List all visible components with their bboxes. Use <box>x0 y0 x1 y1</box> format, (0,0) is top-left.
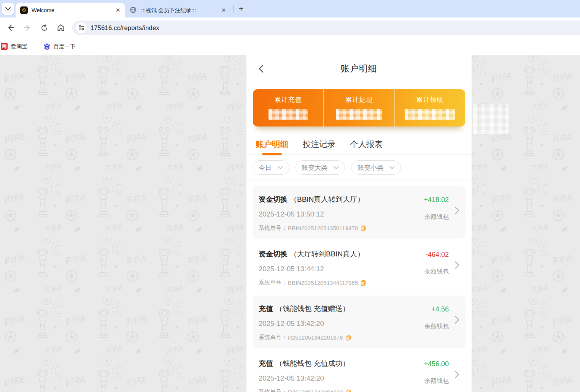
filter-label: 账变大类 <box>302 163 327 172</box>
bookmark-baidu[interactable]: du 百度一下 <box>43 43 76 50</box>
url-bar[interactable]: 175616.cc/reports/index <box>72 21 580 35</box>
summary-col: 累计提现 <box>323 89 394 126</box>
new-tab-button[interactable]: + <box>236 3 246 14</box>
transaction-time: 2025-12-05 13:50:12 <box>259 210 420 218</box>
hidden-amount-mosaic <box>405 109 455 120</box>
transaction-type: 资金切换 <box>259 195 288 203</box>
copy-icon[interactable] <box>345 335 351 341</box>
home-button[interactable] <box>54 21 67 34</box>
filter-dropdown-0[interactable]: 今日 <box>253 160 289 175</box>
amount: +456.00 <box>424 360 449 368</box>
filter-label: 账变小类 <box>358 163 383 172</box>
tab-bet-records[interactable]: 投注记录 <box>303 139 335 154</box>
transaction-type: 资金切换 <box>259 250 288 258</box>
transaction-detail: （钱能钱包 充值赠送） <box>275 305 350 313</box>
site-settings-icon[interactable] <box>76 22 87 33</box>
browser-toolbar: 175616.cc/reports/index <box>0 17 580 38</box>
row-chevron-icon[interactable] <box>454 315 459 326</box>
transaction-type: 充值 <box>259 305 273 313</box>
summary-label: 累计领取 <box>416 95 443 104</box>
bookmark-label: 爱淘宝 <box>11 43 27 50</box>
transaction-row[interactable]: 充值（钱能钱包 充值赠送） 2025-12-05 13:42:20 系统单号：R… <box>253 296 466 348</box>
order-label: 系统单号： <box>259 224 287 232</box>
transaction-detail: （钱能钱包 充值成功） <box>275 359 350 367</box>
tab-title: :::视讯 会员下注纪录::: <box>141 7 220 14</box>
page-title: 账户明细 <box>341 63 377 74</box>
section-tabs: 账户明细投注记录个人报表 <box>246 134 472 155</box>
summary-label: 累计充值 <box>275 95 302 104</box>
tab-label: 投注记录 <box>303 140 335 149</box>
filter-dropdown-2[interactable]: 账变小类 <box>351 160 401 175</box>
account-detail-panel: 账户明细 累计充值累计提现累计领取 账户明细投注记录个人报表 今日账变大类账变小… <box>246 55 472 392</box>
row-chevron-icon[interactable] <box>454 261 459 271</box>
transaction-title: 资金切换（BBIN真人转到大厅） <box>259 194 420 204</box>
tab-label: 账户明细 <box>256 140 288 149</box>
summary-col: 累计领取 <box>394 89 465 126</box>
tab-close-icon[interactable]: ✕ <box>114 7 121 14</box>
back-button[interactable] <box>4 21 17 34</box>
hidden-amount-mosaic <box>269 109 308 120</box>
browser-tab-strip: Welcome ✕ :::视讯 会员下注纪录::: ✕ + <box>0 0 580 17</box>
transaction-type: 充值 <box>259 359 273 367</box>
copy-icon[interactable] <box>361 225 366 231</box>
filter-dropdown-1[interactable]: 账变大类 <box>296 160 345 175</box>
order-label: 系统单号： <box>259 334 287 341</box>
transaction-row[interactable]: 充值（钱能钱包 充值成功） 2025-12-05 13:42:20 系统单号：R… <box>253 350 466 392</box>
transaction-row[interactable]: 资金切换（BBIN真人转到大厅） 2025-12-05 13:50:12 系统单… <box>253 186 466 239</box>
amount: +418.02 <box>424 196 449 204</box>
order-label: 系统单号： <box>259 389 287 392</box>
tab-account-detail[interactable]: 账户明细 <box>256 139 288 154</box>
hidden-amount-mosaic <box>336 109 382 120</box>
active-tab-underline <box>262 153 282 155</box>
page-viewport: FIFA FIFA <box>0 55 580 392</box>
amount-block: +4.56 余额钱包 <box>424 305 449 330</box>
transaction-list: 资金切换（BBIN真人转到大厅） 2025-12-05 13:50:12 系统单… <box>246 180 472 392</box>
summary-card: 累计充值累计提现累计领取 <box>253 89 465 126</box>
tab-divider <box>233 5 234 13</box>
taobao-icon: 淘 <box>1 43 8 50</box>
baidu-paw-icon: du <box>43 43 51 50</box>
chevron-down-icon <box>278 166 283 169</box>
chevron-down-icon <box>334 166 339 169</box>
browser-tab-welcome[interactable]: Welcome ✕ <box>16 3 125 17</box>
bookmark-label: 百度一下 <box>54 43 76 50</box>
chevron-down-icon <box>389 166 395 169</box>
transaction-order: 系统单号：R2512051342201678 <box>259 334 420 341</box>
amount-block: -464.02 余额钱包 <box>424 251 449 276</box>
tab-personal-report[interactable]: 个人报表 <box>350 139 383 154</box>
filter-label: 今日 <box>259 163 272 172</box>
tab-title: Welcome <box>32 7 114 13</box>
transaction-row[interactable]: 资金切换（大厅转到BBIN真人） 2025-12-05 13:44:12 系统单… <box>253 241 466 293</box>
transaction-title: 充值（钱能钱包 充值成功） <box>259 359 420 368</box>
blurred-region <box>473 104 508 134</box>
summary-label: 累计提现 <box>345 95 373 104</box>
wallet-label: 余额钱包 <box>424 213 449 221</box>
transaction-time: 2025-12-05 13:42:20 <box>259 374 420 383</box>
transaction-order: 系统单号：R2512051342204300 <box>259 389 420 392</box>
browser-tab-records[interactable]: :::视讯 会员下注纪录::: ✕ <box>125 3 231 17</box>
wallet-label: 余额钱包 <box>424 268 449 276</box>
row-chevron-icon[interactable] <box>454 370 459 381</box>
transaction-detail: （大厅转到BBIN真人） <box>290 250 364 258</box>
filter-bar: 今日账变大类账变小类 <box>246 155 472 180</box>
transaction-time: 2025-12-05 13:44:12 <box>259 265 420 273</box>
url-text: 175616.cc/reports/index <box>91 24 159 32</box>
tab-label: 个人报表 <box>350 140 383 149</box>
transaction-title: 资金切换（大厅转到BBIN真人） <box>259 249 420 259</box>
amount-block: +418.02 余额钱包 <box>424 196 449 221</box>
bookmark-taobao[interactable]: 淘 爱淘宝 <box>1 43 27 50</box>
amount-block: +456.00 余额钱包 <box>424 360 449 385</box>
tab-close-icon[interactable]: ✕ <box>220 7 227 14</box>
transaction-detail: （BBIN真人转到大厅） <box>290 195 364 203</box>
back-chevron-icon[interactable] <box>257 64 266 73</box>
copy-icon[interactable] <box>361 280 366 286</box>
copy-icon[interactable] <box>345 389 351 392</box>
reload-button[interactable] <box>38 21 51 34</box>
summary-col: 累计充值 <box>253 89 323 126</box>
forward-button[interactable] <box>21 21 34 34</box>
tab-search-button[interactable] <box>2 3 14 15</box>
row-chevron-icon[interactable] <box>454 206 459 217</box>
panel-header: 账户明细 <box>246 55 472 82</box>
transaction-title: 充值（钱能钱包 充值赠送） <box>259 304 420 314</box>
order-number: R2512051342204300 <box>288 389 343 392</box>
